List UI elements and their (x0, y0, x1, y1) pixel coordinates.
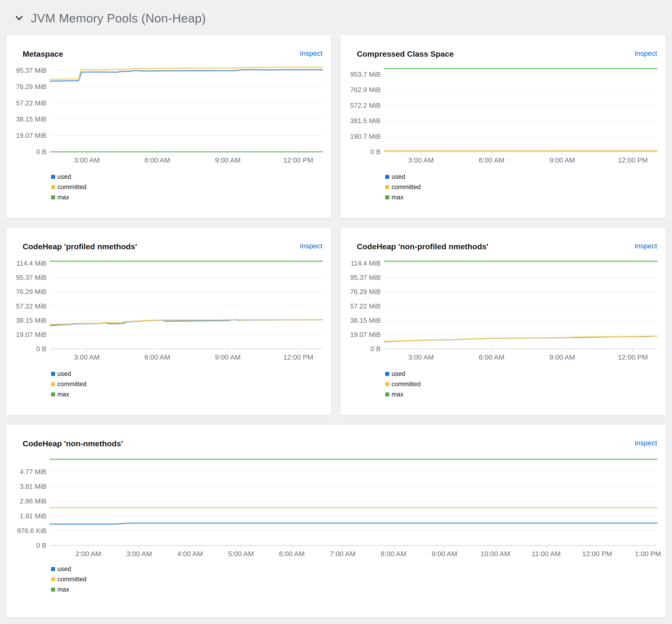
legend-item-used: used (385, 370, 421, 378)
chart-card-codeheap-non-nmethods: CodeHeap 'non-nmethods' Inspect 0 B976.6… (6, 425, 666, 618)
legend-swatch-max (51, 196, 55, 199)
chart-legend: usedcommittedmax (385, 173, 421, 204)
legend-item-used: used (51, 370, 86, 378)
svg-text:2:00 AM: 2:00 AM (75, 550, 101, 557)
chart-legend: usedcommittedmax (385, 370, 421, 401)
svg-text:6:00 AM: 6:00 AM (479, 156, 504, 164)
svg-text:11:00 AM: 11:00 AM (531, 550, 561, 557)
svg-text:1.91 MiB: 1.91 MiB (20, 512, 46, 520)
legend-label: used (57, 370, 71, 378)
legend-item-used: used (51, 173, 86, 181)
svg-text:12:00 PM: 12:00 PM (283, 353, 313, 361)
legend-item-committed: committed (385, 183, 421, 191)
legend-swatch-max (51, 392, 55, 396)
svg-text:3:00 AM: 3:00 AM (74, 156, 100, 164)
svg-text:95.37 MiB: 95.37 MiB (350, 274, 380, 281)
svg-text:38.15 MiB: 38.15 MiB (16, 115, 46, 123)
svg-text:114.4 MiB: 114.4 MiB (17, 260, 46, 267)
svg-text:190.7 MiB: 190.7 MiB (350, 133, 380, 140)
svg-text:381.5 MiB: 381.5 MiB (350, 117, 380, 125)
section-title: JVM Memory Pools (Non-Heap) (31, 11, 206, 25)
chart-card-codeheap-profiled-nmethods: CodeHeap 'profiled nmethods' Inspect 0 B… (6, 228, 331, 415)
legend-swatch-committed (51, 382, 55, 386)
legend-label: committed (57, 576, 86, 583)
svg-text:1:00 PM: 1:00 PM (635, 550, 661, 557)
chart-card-compressed-class-space: Compressed Class Space Inspect 0 B190.7 … (341, 35, 666, 218)
legend-swatch-used (51, 372, 55, 376)
svg-text:114.4 MiB: 114.4 MiB (351, 260, 380, 267)
chevron-down-icon (15, 14, 24, 23)
legend-swatch-used (385, 175, 389, 179)
svg-text:0 B: 0 B (370, 345, 380, 353)
legend-label: committed (57, 183, 86, 191)
svg-text:0 B: 0 B (36, 542, 46, 549)
svg-text:0 B: 0 B (36, 345, 46, 353)
svg-text:95.37 MiB: 95.37 MiB (16, 274, 46, 281)
legend-label: committed (57, 381, 86, 388)
legend-label: used (57, 173, 71, 181)
section-toggle-jvm-memory-pools[interactable]: JVM Memory Pools (Non-Heap) (15, 11, 206, 25)
svg-text:19.07 MiB: 19.07 MiB (16, 331, 46, 338)
legend-label: used (392, 173, 405, 181)
svg-text:572.2 MiB: 572.2 MiB (350, 102, 380, 109)
svg-text:762.9 MiB: 762.9 MiB (350, 86, 380, 94)
legend-label: committed (392, 183, 421, 191)
svg-text:9:00 AM: 9:00 AM (215, 353, 241, 361)
chart-card-codeheap-non-profiled-nmethods: CodeHeap 'non-profiled nmethods' Inspect… (341, 228, 666, 415)
svg-text:6:00 AM: 6:00 AM (144, 156, 170, 164)
svg-text:3:00 AM: 3:00 AM (126, 550, 152, 557)
legend-label: used (57, 566, 71, 573)
svg-text:38.15 MiB: 38.15 MiB (16, 317, 46, 324)
chart-card-metaspace: Metaspace Inspect 0 B19.07 MiB38.15 MiB5… (6, 35, 331, 218)
svg-text:6:00 AM: 6:00 AM (479, 353, 504, 361)
svg-text:0 B: 0 B (36, 148, 46, 156)
legend-item-committed: committed (51, 183, 86, 191)
svg-text:57.22 MiB: 57.22 MiB (350, 303, 380, 310)
legend-item-used: used (51, 566, 86, 573)
svg-text:95.37 MiB: 95.37 MiB (16, 67, 46, 74)
legend-item-max: max (51, 194, 86, 201)
svg-text:8:00 AM: 8:00 AM (381, 550, 406, 557)
legend-swatch-used (51, 175, 55, 179)
svg-text:976.6 KiB: 976.6 KiB (17, 527, 46, 535)
svg-text:57.22 MiB: 57.22 MiB (16, 99, 46, 107)
legend-label: max (57, 391, 69, 398)
svg-text:0 B: 0 B (370, 148, 380, 156)
svg-text:19.07 MiB: 19.07 MiB (16, 132, 46, 139)
chart-plot: 0 B976.6 KiB1.91 MiB2.86 MiB3.81 MiB4.77… (6, 425, 666, 618)
svg-text:7:00 AM: 7:00 AM (330, 550, 356, 557)
svg-text:76.29 MiB: 76.29 MiB (350, 288, 380, 295)
svg-text:4.77 MiB: 4.77 MiB (20, 468, 46, 475)
svg-text:57.22 MiB: 57.22 MiB (16, 303, 46, 310)
svg-text:3:00 AM: 3:00 AM (408, 353, 434, 361)
svg-text:6:00 AM: 6:00 AM (144, 353, 170, 361)
legend-item-committed: committed (385, 381, 421, 388)
legend-item-used: used (385, 173, 421, 181)
legend-swatch-max (385, 392, 389, 396)
svg-text:3:00 AM: 3:00 AM (74, 353, 100, 361)
svg-text:9:00 AM: 9:00 AM (432, 550, 457, 557)
legend-label: used (392, 370, 405, 378)
svg-text:76.29 MiB: 76.29 MiB (16, 83, 46, 90)
svg-text:12:00 PM: 12:00 PM (283, 156, 313, 164)
legend-label: committed (392, 381, 421, 388)
svg-text:2.86 MiB: 2.86 MiB (20, 497, 46, 505)
chart-legend: usedcommittedmax (51, 566, 86, 596)
legend-swatch-used (51, 567, 55, 571)
svg-text:4:00 AM: 4:00 AM (177, 550, 203, 557)
legend-swatch-committed (51, 577, 55, 581)
svg-text:76.29 MiB: 76.29 MiB (16, 288, 46, 295)
legend-swatch-used (385, 372, 389, 376)
svg-text:953.7 MiB: 953.7 MiB (350, 71, 380, 78)
legend-label: max (392, 194, 403, 201)
svg-text:6:00 AM: 6:00 AM (279, 550, 305, 557)
legend-item-committed: committed (51, 381, 86, 388)
svg-text:38.15 MiB: 38.15 MiB (350, 317, 380, 324)
legend-item-max: max (385, 391, 421, 398)
legend-swatch-max (51, 588, 55, 592)
svg-text:9:00 AM: 9:00 AM (549, 353, 575, 361)
svg-text:5:00 AM: 5:00 AM (228, 550, 254, 557)
legend-label: max (392, 391, 403, 398)
svg-text:9:00 AM: 9:00 AM (549, 156, 575, 164)
chart-legend: usedcommittedmax (51, 370, 86, 401)
